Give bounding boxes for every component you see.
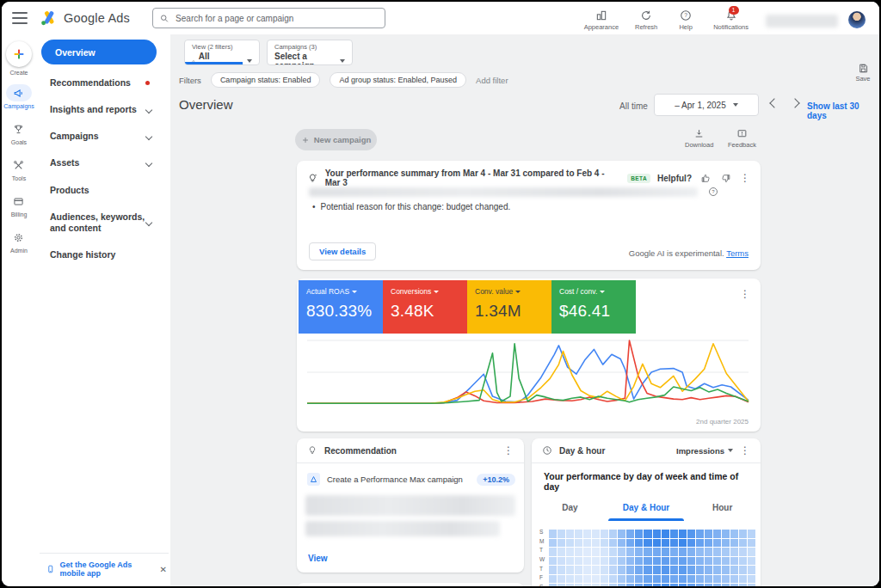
heatmap-cell[interactable]	[705, 539, 712, 548]
heatmap-cell[interactable]	[679, 575, 687, 584]
sidenav-item-products[interactable]: Products	[41, 177, 162, 204]
heatmap-cell[interactable]	[687, 548, 695, 556]
heatmap-cell[interactable]	[626, 530, 634, 538]
heatmap-cell[interactable]	[575, 530, 582, 538]
heatmap-cell[interactable]	[687, 566, 695, 574]
heatmap-cell[interactable]	[601, 566, 608, 574]
view-link[interactable]: View	[308, 554, 328, 563]
heatmap-cell[interactable]	[679, 566, 687, 574]
heatmap-cell[interactable]	[575, 557, 582, 566]
feedback-button[interactable]: Feedback	[728, 128, 756, 149]
overflow-menu-icon[interactable]: ⋮	[740, 445, 750, 456]
sidenav-item-campaigns[interactable]: Campaigns	[41, 123, 162, 150]
heatmap-cell[interactable]	[679, 530, 687, 538]
overflow-menu-icon[interactable]: ⋮	[740, 289, 750, 299]
heatmap-cell[interactable]	[696, 557, 704, 566]
heatmap-cell[interactable]	[592, 584, 600, 586]
heatmap-cell[interactable]	[730, 530, 738, 538]
heatmap-cell[interactable]	[644, 566, 651, 574]
heatmap-cell[interactable]	[558, 584, 565, 586]
close-icon[interactable]: ✕	[160, 565, 167, 574]
heatmap-cell[interactable]	[670, 575, 678, 584]
heatmap-cell[interactable]	[748, 584, 755, 586]
thumb-up-icon[interactable]	[700, 173, 712, 184]
scorecard-tile-conversions[interactable]: Conversions3.48K	[383, 280, 467, 334]
heatmap-cell[interactable]	[653, 566, 661, 574]
heatmap-cell[interactable]	[618, 584, 625, 586]
heatmap-cell[interactable]	[635, 548, 643, 556]
rail-item-billing[interactable]: Billing	[6, 193, 32, 217]
heatmap-cell[interactable]	[592, 557, 600, 566]
heatmap-cell[interactable]	[739, 539, 747, 548]
heatmap-cell[interactable]	[644, 548, 651, 556]
heatmap-cell[interactable]	[739, 584, 747, 586]
sidenav-item-assets[interactable]: Assets	[41, 150, 162, 176]
heatmap-cell[interactable]	[653, 584, 661, 586]
heatmap-cell[interactable]	[722, 566, 730, 574]
heatmap-cell[interactable]	[705, 530, 712, 538]
heatmap-cell[interactable]	[635, 539, 643, 548]
heatmap-cell[interactable]	[592, 539, 600, 548]
next-period-button[interactable]	[790, 98, 799, 107]
heatmap-cell[interactable]	[583, 548, 591, 556]
heatmap-cell[interactable]	[583, 584, 591, 586]
heatmap-cell[interactable]	[566, 530, 574, 538]
heatmap-cell[interactable]	[635, 584, 643, 586]
heatmap-cell[interactable]	[549, 584, 557, 586]
heatmap-cell[interactable]	[748, 575, 755, 584]
heatmap-cell[interactable]	[653, 539, 661, 548]
heatmap-cell[interactable]	[558, 539, 565, 548]
heatmap-cell[interactable]	[739, 557, 747, 566]
heatmap-cell[interactable]	[601, 557, 608, 566]
heatmap-cell[interactable]	[644, 530, 651, 538]
heatmap-cell[interactable]	[575, 539, 582, 548]
sidenav-item-audiences-keywords-and-content[interactable]: Audiences, keywords, and content	[41, 204, 162, 242]
heatmap-cell[interactable]	[601, 584, 608, 586]
show-last-30-days-link[interactable]: Show last 30 days	[807, 101, 879, 120]
heatmap-cell[interactable]	[670, 548, 678, 556]
heatmap-cell[interactable]	[618, 566, 625, 574]
heatmap-cell[interactable]	[722, 575, 730, 584]
heatmap-cell[interactable]	[566, 575, 574, 584]
heatmap-cell[interactable]	[722, 557, 730, 566]
heatmap-cell[interactable]	[626, 575, 634, 584]
tab-day-hour[interactable]: Day & Hour	[608, 499, 685, 520]
heatmap-cell[interactable]	[592, 575, 600, 584]
heatmap-cell[interactable]	[566, 584, 574, 586]
heatmap-cell[interactable]	[722, 548, 730, 556]
heatmap-cell[interactable]	[609, 530, 617, 538]
heatmap-cell[interactable]	[670, 539, 678, 548]
heatmap-cell[interactable]	[713, 566, 721, 574]
heatmap-cell[interactable]	[679, 548, 687, 556]
heatmap-cell[interactable]	[626, 566, 634, 574]
menu-icon[interactable]	[12, 12, 28, 24]
heatmap-cell[interactable]	[730, 575, 738, 584]
heatmap-cell[interactable]	[748, 557, 755, 566]
heatmap-cell[interactable]	[601, 530, 608, 538]
heatmap-cell[interactable]	[687, 584, 695, 586]
rail-item-tools[interactable]: Tools	[6, 156, 32, 181]
scorecard-tile-actual-roas[interactable]: Actual ROAS830.33%	[299, 280, 383, 334]
heatmap-cell[interactable]	[583, 539, 591, 548]
heatmap-cell[interactable]	[592, 548, 600, 556]
heatmap-cell[interactable]	[713, 539, 721, 548]
heatmap-cell[interactable]	[609, 548, 617, 556]
heatmap-cell[interactable]	[549, 539, 557, 548]
heatmap-cell[interactable]	[739, 548, 747, 556]
heatmap-cell[interactable]	[696, 575, 704, 584]
heatmap-cell[interactable]	[635, 530, 643, 538]
heatmap-cell[interactable]	[748, 539, 755, 548]
heatmap-cell[interactable]	[583, 557, 591, 566]
heatmap-cell[interactable]	[635, 575, 643, 584]
refresh-button[interactable]: Refresh	[634, 9, 658, 31]
scorecard-tile-cost-conv-[interactable]: Cost / conv.$46.41	[551, 280, 636, 334]
heatmap-cell[interactable]	[705, 548, 712, 556]
heatmap-cell[interactable]	[601, 539, 608, 548]
heatmap-cell[interactable]	[670, 530, 678, 538]
sidenav-item-change-history[interactable]: Change history	[41, 242, 162, 268]
sidenav-item-overview[interactable]: Overview	[41, 40, 157, 64]
rail-item-goals[interactable]: Goals	[6, 120, 32, 145]
search-input[interactable]	[174, 13, 378, 24]
heatmap-cell[interactable]	[618, 557, 625, 566]
heatmap-cell[interactable]	[592, 566, 600, 574]
